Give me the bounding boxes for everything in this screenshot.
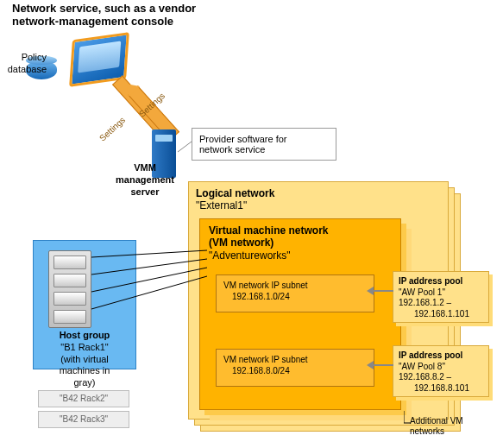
vmm-server-label: VMM management server bbox=[104, 162, 186, 198]
subnet-1-title: VM network IP subnet bbox=[223, 281, 367, 292]
ip-pool-1-range-end: 192.168.1.101 bbox=[399, 309, 483, 320]
svg-line-4 bbox=[91, 276, 207, 309]
ip-pool-1-heading: IP address pool bbox=[399, 276, 483, 287]
vm-network-block: Virtual machine network (VM network) "Ad… bbox=[199, 218, 401, 410]
ip-pool-2-range-end: 192.168.8.101 bbox=[399, 383, 483, 394]
ip-pool-1-range-start: 192.168.1.2 – bbox=[399, 298, 483, 309]
host-rack-icon bbox=[48, 250, 91, 328]
diagram-title-line1: Network service, such as a vendor bbox=[12, 2, 196, 16]
logical-network-heading: Logical network bbox=[196, 187, 274, 199]
ip-pool-2-range-start: 192.168.8.2 – bbox=[399, 372, 483, 383]
ip-pool-1-name: "AW Pool 1" bbox=[399, 287, 483, 299]
ip-pool-2-heading: IP address pool bbox=[399, 350, 483, 362]
diagram-title-line2: network-management console bbox=[12, 15, 173, 28]
extra-rack-2: "B42 Rack3" bbox=[38, 411, 129, 428]
subnet-1: VM network IP subnet 192.168.1.0/24 bbox=[216, 274, 374, 312]
subnet-2-title: VM network IP subnet bbox=[223, 355, 367, 366]
additional-vm-networks-label: Additional VM networks bbox=[410, 416, 487, 437]
provider-software-callout: Provider software for network service bbox=[192, 128, 336, 161]
svg-line-2 bbox=[91, 259, 207, 274]
host-group-name: "B1 Rack1" bbox=[60, 342, 109, 352]
host-group-caption: Host group "B1 Rack1" (with virtual mach… bbox=[41, 330, 128, 389]
logical-network-name: "External1" bbox=[196, 199, 247, 211]
host-group-note: (with virtual machines in gray) bbox=[60, 354, 110, 388]
host-group-heading: Host group bbox=[60, 330, 110, 340]
subnet-2-cidr: 192.168.8.0/24 bbox=[223, 366, 367, 377]
svg-line-0 bbox=[178, 142, 192, 152]
subnet-1-cidr: 192.168.1.0/24 bbox=[223, 292, 367, 303]
ip-pool-1: IP address pool "AW Pool 1" 192.168.1.2 … bbox=[393, 271, 489, 323]
svg-line-1 bbox=[91, 250, 207, 257]
ip-pool-2-arrow-icon bbox=[373, 364, 393, 366]
settings-label-1: Settings bbox=[97, 115, 127, 142]
ip-pool-1-arrow-icon bbox=[373, 290, 393, 292]
vm-network-name: "Adventureworks" bbox=[209, 249, 291, 262]
ip-pool-2: IP address pool "AW Pool 8" 192.168.8.2 … bbox=[393, 345, 489, 397]
subnet-2: VM network IP subnet 192.168.8.0/24 bbox=[216, 349, 374, 387]
policy-database-label: Policy database bbox=[2, 52, 47, 76]
extra-rack-1: "B42 Rack2" bbox=[38, 390, 129, 407]
provider-pointer-icon bbox=[176, 129, 193, 155]
svg-line-3 bbox=[91, 268, 207, 292]
provider-software-label: Provider software for network service bbox=[199, 134, 286, 155]
vm-network-heading: Virtual machine network (VM network) bbox=[209, 224, 329, 249]
ip-pool-2-name: "AW Pool 8" bbox=[399, 362, 483, 373]
